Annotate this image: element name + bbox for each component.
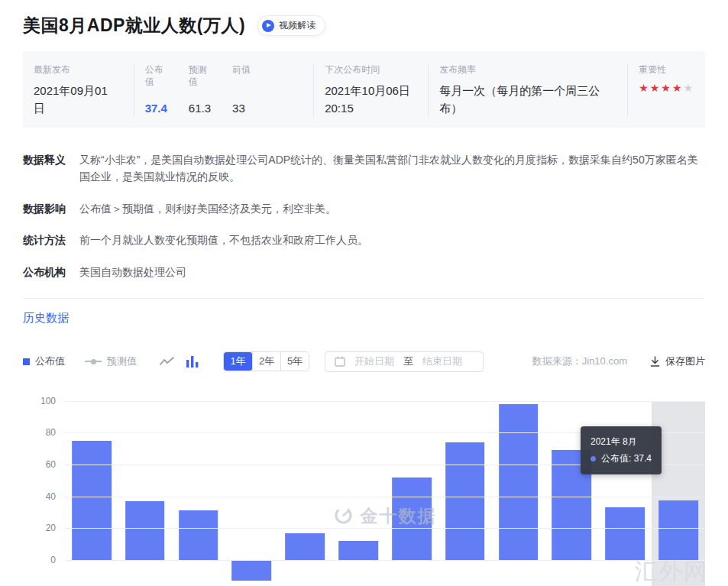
star-icon: ★ bbox=[639, 82, 650, 94]
bar[interactable] bbox=[438, 401, 492, 586]
latest-release-value: 2021年09月01日 bbox=[34, 83, 113, 117]
bar-rect bbox=[392, 478, 432, 560]
previous-metric: 前值 33 bbox=[232, 63, 253, 117]
star-icon: ★ bbox=[650, 82, 662, 94]
bar-rect bbox=[338, 541, 378, 560]
star-icon: ★ bbox=[683, 82, 694, 94]
range-1y-button[interactable]: 1年 bbox=[224, 352, 252, 371]
bar-rect bbox=[445, 442, 485, 560]
definitions: 数据释义 又称“小非农”，是美国自动数据处理公司ADP统计的、衡量美国私营部门非… bbox=[23, 152, 705, 280]
data-source-text: 数据来源：Jin10.com bbox=[532, 355, 627, 368]
gridline bbox=[65, 560, 705, 561]
definition-row: 统计方法 前一个月就业人数变化预期值，不包括农业和政府工作人员。 bbox=[23, 232, 705, 249]
definition-label: 统计方法 bbox=[23, 232, 79, 249]
line-chart-icon[interactable] bbox=[160, 356, 174, 367]
gridline bbox=[65, 401, 705, 402]
chart-tooltip: 2021年 8月 公布值: 37.4 bbox=[581, 426, 662, 475]
bar-rect bbox=[72, 441, 112, 560]
latest-release-label: 最新发布 bbox=[34, 63, 123, 76]
published-metric: 公布值 37.4 bbox=[145, 63, 167, 117]
range-5y-button[interactable]: 5年 bbox=[280, 352, 309, 371]
importance-label: 重要性 bbox=[639, 63, 694, 76]
legend-label: 公布值 bbox=[35, 355, 65, 368]
legend-published[interactable]: 公布值 bbox=[23, 355, 65, 368]
y-tick-label: 80 bbox=[46, 427, 56, 438]
bar[interactable] bbox=[278, 401, 332, 586]
tooltip-value-row: 公布值: 37.4 bbox=[590, 450, 652, 468]
y-tick-label: 60 bbox=[46, 459, 56, 470]
y-tick-label: 0 bbox=[50, 555, 56, 565]
bar[interactable] bbox=[172, 401, 225, 586]
start-date-input[interactable]: 开始日期 bbox=[354, 355, 394, 368]
bar[interactable] bbox=[65, 401, 118, 586]
bar[interactable] bbox=[385, 401, 438, 586]
end-date-input[interactable]: 结束日期 bbox=[422, 355, 462, 368]
section-divider bbox=[23, 298, 705, 299]
bar-rect bbox=[658, 500, 698, 560]
forecast-label: 预测值 bbox=[189, 63, 209, 88]
chart: 100806040200-20 2021年 8月 公布值: 37.4 金十数据 bbox=[23, 401, 705, 586]
page: 美国8月ADP就业人数(万人) 视频解读 最新发布 2021年09月01日 公布… bbox=[0, 0, 728, 586]
bar-rect bbox=[605, 507, 645, 560]
gridline bbox=[65, 497, 705, 497]
play-icon bbox=[262, 20, 274, 32]
importance-section: 重要性 ★★★★★ bbox=[627, 63, 705, 117]
frequency-section: 发布频率 每月一次（每月的第一个周三公布） bbox=[428, 63, 627, 117]
history-data-tab[interactable]: 历史数据 bbox=[23, 311, 69, 325]
chart-type-switch bbox=[160, 356, 199, 367]
bar[interactable] bbox=[225, 401, 278, 586]
y-axis: 100806040200-20 bbox=[23, 401, 65, 586]
date-separator: 至 bbox=[403, 355, 413, 368]
video-badge-label: 视频解读 bbox=[279, 19, 315, 32]
legend-bar-marker-icon bbox=[23, 358, 30, 365]
next-release-label: 下次公布时间 bbox=[325, 63, 417, 76]
legend-forecast[interactable]: 预测值 bbox=[85, 355, 137, 368]
frequency-label: 发布频率 bbox=[439, 63, 616, 76]
header: 美国8月ADP就业人数(万人) 视频解读 bbox=[0, 0, 728, 37]
legend-line-marker-icon bbox=[85, 361, 102, 362]
bar[interactable] bbox=[332, 401, 385, 586]
bar-rect bbox=[125, 501, 165, 560]
y-tick-label: 20 bbox=[46, 523, 56, 533]
definition-text: 公布值＞预期值，则利好美国经济及美元，利空非美。 bbox=[79, 201, 336, 218]
star-icon: ★ bbox=[661, 82, 672, 94]
date-range-picker[interactable]: 开始日期 至 结束日期 bbox=[325, 351, 484, 372]
previous-label: 前值 bbox=[232, 63, 253, 76]
download-icon bbox=[650, 356, 660, 367]
range-2y-button[interactable]: 2年 bbox=[252, 352, 280, 371]
bar-rect bbox=[499, 404, 539, 560]
legend-label: 预测值 bbox=[107, 355, 137, 368]
series-dot-icon bbox=[590, 456, 596, 461]
tooltip-title: 2021年 8月 bbox=[590, 433, 652, 451]
definition-row: 数据释义 又称“小非农”，是美国自动数据处理公司ADP统计的、衡量美国私营部门非… bbox=[23, 152, 705, 185]
y-tick-label: 40 bbox=[46, 491, 56, 502]
next-release-value: 2021年10月06日 20:15 bbox=[325, 83, 418, 117]
video-explain-button[interactable]: 视频解读 bbox=[257, 15, 325, 36]
frequency-value: 每月一次（每月的第一个周三公布） bbox=[439, 83, 616, 117]
forecast-value: 61.3 bbox=[189, 100, 211, 118]
bar[interactable] bbox=[118, 401, 172, 586]
definition-label: 公布机构 bbox=[23, 264, 79, 281]
bar-chart-icon[interactable] bbox=[186, 356, 199, 367]
range-button-group: 1年 2年 5年 bbox=[223, 351, 309, 371]
calendar-icon bbox=[335, 356, 345, 367]
published-label: 公布值 bbox=[145, 63, 166, 88]
save-image-button[interactable]: 保存图片 bbox=[650, 355, 705, 368]
definition-text: 美国自动数据处理公司 bbox=[79, 264, 186, 281]
definition-row: 公布机构 美国自动数据处理公司 bbox=[23, 264, 705, 281]
bar[interactable] bbox=[492, 401, 545, 586]
previous-value: 33 bbox=[232, 100, 253, 118]
definition-text: 又称“小非农”，是美国自动数据处理公司ADP统计的、衡量美国私营部门非农就业人数… bbox=[79, 152, 704, 185]
tooltip-value: 公布值: 37.4 bbox=[601, 450, 652, 468]
definition-label: 数据影响 bbox=[23, 201, 79, 218]
bar-rect bbox=[285, 533, 325, 560]
published-value: 37.4 bbox=[145, 100, 167, 118]
save-image-label: 保存图片 bbox=[665, 355, 705, 368]
star-icon: ★ bbox=[672, 82, 684, 94]
definition-label: 数据释义 bbox=[23, 152, 79, 185]
info-panel: 最新发布 2021年09月01日 公布值 37.4 预测值 61.3 前值 33… bbox=[23, 51, 705, 128]
forecast-metric: 预测值 61.3 bbox=[189, 63, 211, 117]
bar-rect bbox=[232, 560, 272, 581]
next-release-section: 下次公布时间 2021年10月06日 20:15 bbox=[313, 63, 428, 117]
chart-toolbar: 公布值 预测值 1年 2年 5年 开始日期 至 结束日期 bbox=[23, 351, 705, 372]
